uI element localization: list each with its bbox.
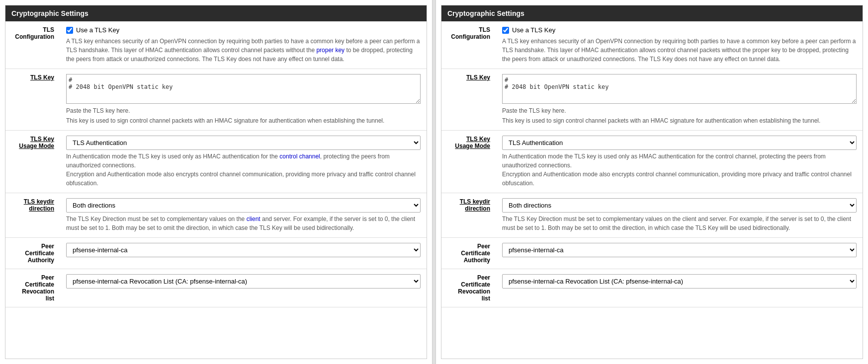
right-tls-usage-content: TLS Authentication TLS Encryption and Au… xyxy=(496,131,863,193)
left-peer-crl-content: pfsense-internal-ca Revocation List (CA:… xyxy=(60,269,427,307)
right-tls-keydir-desc: The TLS Key Direction must be set to com… xyxy=(502,215,857,232)
right-tls-key-wrapper: # # 2048 bit OpenVPN static key xyxy=(502,74,857,105)
right-tls-keydir-label: TLS keydirdirection xyxy=(441,193,496,238)
right-tls-config-label: TLSConfiguration xyxy=(441,21,496,69)
left-tls-usage-select[interactable]: TLS Authentication TLS Encryption and Au… xyxy=(66,136,421,150)
right-tls-keydir-content: Both directions 0 1 The TLS Key Directio… xyxy=(496,193,863,238)
right-peer-ca-content: pfsense-internal-ca xyxy=(496,238,863,269)
right-tls-usage-label: TLS KeyUsage Mode xyxy=(441,131,496,193)
right-peer-crl-content: pfsense-internal-ca Revocation List (CA:… xyxy=(496,269,863,307)
right-peer-crl-select[interactable]: pfsense-internal-ca Revocation List (CA:… xyxy=(502,274,857,289)
left-tls-key-content: # # 2048 bit OpenVPN static key Paste th… xyxy=(60,69,427,131)
right-use-tls-text: Use a TLS Key xyxy=(512,26,555,34)
right-tls-key-link[interactable]: TLS Key xyxy=(466,74,490,81)
left-tls-key-link[interactable]: TLS Key xyxy=(30,74,54,81)
right-peer-crl-label: PeerCertificateRevocationlist xyxy=(441,269,496,307)
left-peer-ca-content: pfsense-internal-ca xyxy=(60,238,427,269)
right-peer-ca-label: PeerCertificateAuthority xyxy=(441,238,496,269)
left-panel: Cryptographic Settings TLSConfiguration … xyxy=(5,5,427,359)
left-use-tls-checkbox[interactable] xyxy=(66,27,73,34)
right-tls-usage-select[interactable]: TLS Authentication TLS Encryption and Au… xyxy=(502,136,857,150)
right-tls-keydir-select[interactable]: Both directions 0 1 xyxy=(502,198,857,213)
left-use-tls-label[interactable]: Use a TLS Key xyxy=(66,26,421,34)
right-peer-ca-select[interactable]: pfsense-internal-ca xyxy=(502,243,857,257)
left-peer-ca-row: PeerCertificateAuthority pfsense-interna… xyxy=(5,238,427,269)
right-tls-key-desc: This key is used to sign control channel… xyxy=(502,116,857,125)
left-tls-keydir-row: TLS keydirdirection Both directions 0 1 … xyxy=(5,193,427,238)
left-tls-key-hint: Paste the TLS key here. xyxy=(66,107,421,114)
left-tls-usage-label: TLS KeyUsage Mode xyxy=(5,131,60,193)
right-tls-key-textarea[interactable]: # # 2048 bit OpenVPN static key xyxy=(502,74,857,104)
left-peer-crl-select[interactable]: pfsense-internal-ca Revocation List (CA:… xyxy=(66,274,421,289)
left-tls-config-content: Use a TLS Key A TLS key enhances securit… xyxy=(60,21,427,69)
right-panel-header: Cryptographic Settings xyxy=(441,5,863,21)
right-peer-crl-row: PeerCertificateRevocationlist pfsense-in… xyxy=(441,269,863,307)
left-peer-ca-select[interactable]: pfsense-internal-ca xyxy=(66,243,421,257)
left-peer-crl-label: PeerCertificateRevocationlist xyxy=(5,269,60,307)
right-panel: Cryptographic Settings TLSConfiguration … xyxy=(441,5,863,359)
left-use-tls-text: Use a TLS Key xyxy=(76,26,119,34)
right-peer-ca-row: PeerCertificateAuthority pfsense-interna… xyxy=(441,238,863,269)
left-tls-config-desc: A TLS key enhances security of an OpenVP… xyxy=(66,37,421,64)
left-tls-usage-content: TLS Authentication TLS Encryption and Au… xyxy=(60,131,427,193)
left-tls-key-row: TLS Key # # 2048 bit OpenVPN static key … xyxy=(5,69,427,131)
left-settings-table: TLSConfiguration Use a TLS Key A TLS key… xyxy=(5,21,427,307)
right-use-tls-checkbox[interactable] xyxy=(502,27,509,34)
left-panel-header: Cryptographic Settings xyxy=(5,5,427,21)
panel-divider xyxy=(432,0,436,364)
left-tls-keydir-content: Both directions 0 1 The TLS Key Directio… xyxy=(60,193,427,238)
right-tls-key-hint: Paste the TLS key here. xyxy=(502,107,857,114)
left-peer-crl-row: PeerCertificateRevocationlist pfsense-in… xyxy=(5,269,427,307)
left-tls-usage-desc: In Authentication mode the TLS key is us… xyxy=(66,152,421,188)
right-tls-config-content: Use a TLS Key A TLS key enhances securit… xyxy=(496,21,863,69)
right-tls-usage-link[interactable]: TLS KeyUsage Mode xyxy=(455,136,490,149)
left-tls-key-label: TLS Key xyxy=(5,69,60,131)
right-tls-key-label: TLS Key xyxy=(441,69,496,131)
right-tls-key-row: TLS Key # # 2048 bit OpenVPN static key … xyxy=(441,69,863,131)
right-tls-usage-row: TLS KeyUsage Mode TLS Authentication TLS… xyxy=(441,131,863,193)
right-tls-keydir-row: TLS keydirdirection Both directions 0 1 … xyxy=(441,193,863,238)
left-tls-config-row: TLSConfiguration Use a TLS Key A TLS key… xyxy=(5,21,427,69)
left-tls-config-label: TLSConfiguration xyxy=(5,21,60,69)
right-tls-usage-desc: In Authentication mode the TLS key is us… xyxy=(502,152,857,188)
right-tls-config-row: TLSConfiguration Use a TLS Key A TLS key… xyxy=(441,21,863,69)
left-tls-usage-link[interactable]: TLS KeyUsage Mode xyxy=(19,136,54,149)
left-tls-keydir-select[interactable]: Both directions 0 1 xyxy=(66,198,421,213)
left-tls-usage-row: TLS KeyUsage Mode TLS Authentication TLS… xyxy=(5,131,427,193)
left-peer-ca-label: PeerCertificateAuthority xyxy=(5,238,60,269)
left-tls-key-wrapper: # # 2048 bit OpenVPN static key xyxy=(66,74,421,105)
right-tls-config-desc: A TLS key enhances security of an OpenVP… xyxy=(502,37,857,64)
left-tls-keydir-link[interactable]: TLS keydirdirection xyxy=(24,198,54,212)
right-settings-table: TLSConfiguration Use a TLS Key A TLS key… xyxy=(441,21,863,307)
left-tls-key-desc: This key is used to sign control channel… xyxy=(66,116,421,125)
right-tls-key-content: # # 2048 bit OpenVPN static key Paste th… xyxy=(496,69,863,131)
left-tls-keydir-label: TLS keydirdirection xyxy=(5,193,60,238)
right-use-tls-label[interactable]: Use a TLS Key xyxy=(502,26,857,34)
left-tls-key-textarea[interactable]: # # 2048 bit OpenVPN static key xyxy=(66,74,421,104)
left-tls-keydir-desc: The TLS Key Direction must be set to com… xyxy=(66,215,421,232)
right-tls-keydir-link[interactable]: TLS keydirdirection xyxy=(460,198,490,212)
